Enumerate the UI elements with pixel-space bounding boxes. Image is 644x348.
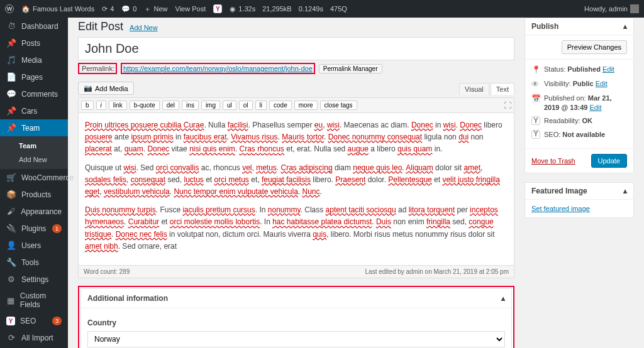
metabox-title: Additional information xyxy=(87,294,168,303)
qt-ul[interactable]: ul xyxy=(223,101,236,110)
qt-i[interactable]: i xyxy=(96,101,106,110)
qt-del[interactable]: del xyxy=(162,101,179,110)
post-title-box[interactable]: John Doe xyxy=(78,37,514,60)
qt-bquote[interactable]: b-quote xyxy=(130,101,160,110)
permalink-label: Permalink: xyxy=(78,63,117,74)
comments-link[interactable]: 💬 0 xyxy=(121,5,136,13)
set-featured-image-link[interactable]: Set featured image xyxy=(531,205,590,212)
yoast-icon: Y xyxy=(531,130,540,139)
publish-box: Publish▴ Preview Changes 📍Status: Publis… xyxy=(525,18,634,173)
fullscreen-icon[interactable]: ⛶ xyxy=(504,101,511,110)
qt-b[interactable]: b xyxy=(81,101,94,110)
edit-visibility-link[interactable]: Edit xyxy=(596,80,608,87)
qt-img[interactable]: img xyxy=(201,101,220,110)
menu-tools[interactable]: 🔧Tools xyxy=(0,254,68,271)
menu-seo[interactable]: YSEO3 xyxy=(0,313,68,329)
admin-menu: ⏱Dashboard 📌Posts 🎵Media 📄Pages 💬Comment… xyxy=(0,18,68,348)
additional-info-metabox: Additional information ▴ Country Norway … xyxy=(78,286,514,348)
preview-changes-button[interactable]: Preview Changes xyxy=(562,40,627,54)
qt-more[interactable]: more xyxy=(294,101,318,110)
menu-posts[interactable]: 📌Posts xyxy=(0,35,68,52)
view-post-link[interactable]: View Post xyxy=(175,5,206,13)
pin-icon: 📍 xyxy=(531,65,540,75)
menu-media[interactable]: 🎵Media xyxy=(0,52,68,68)
country-select[interactable]: Norway xyxy=(87,331,505,347)
menu-all-import[interactable]: ⟳All Import xyxy=(0,329,68,346)
move-to-trash[interactable]: Move to Trash xyxy=(531,157,575,165)
post-content[interactable]: Proin ultrices posuere cubilia Curae. Nu… xyxy=(78,113,514,266)
qt-code[interactable]: code xyxy=(269,101,292,110)
menu-plugins[interactable]: 🔌Plugins1 xyxy=(0,220,68,237)
menu-users[interactable]: 👤Users xyxy=(0,237,68,254)
submenu-team-add[interactable]: Add New xyxy=(0,153,68,166)
calendar-icon: 📅 xyxy=(531,94,540,104)
menu-comments[interactable]: 💬Comments xyxy=(0,85,68,102)
site-name-link[interactable]: 🏠 Famous Last Words xyxy=(21,5,94,13)
my-account[interactable]: Howdy, admin xyxy=(584,4,639,13)
featured-image-box: Featured Image▴ Set featured image xyxy=(525,182,634,218)
qt-link[interactable]: link xyxy=(109,101,127,110)
word-count: Word count: 289 xyxy=(84,268,130,275)
qt-ol[interactable]: ol xyxy=(239,101,253,110)
qt-li[interactable]: li xyxy=(255,101,267,110)
menu-appearance[interactable]: 🖌Appearance xyxy=(0,203,68,220)
quicktags-toolbar: b i link b-quote del ins img ul ol li co… xyxy=(78,97,514,113)
camera-icon: 📷 xyxy=(84,84,92,92)
tab-visual[interactable]: Visual xyxy=(459,83,489,95)
submenu-team-all[interactable]: Team xyxy=(0,139,68,153)
menu-woocommerce[interactable]: 🛒WooCommerce xyxy=(0,169,68,186)
add-new-link[interactable]: Add New xyxy=(130,24,158,31)
updates-link[interactable]: ⟳ 4 xyxy=(102,5,114,13)
menu-products[interactable]: 📦Products xyxy=(0,186,68,203)
permalink-url[interactable]: https://example.com/team/norway/oslo/man… xyxy=(121,63,315,74)
qt-ins[interactable]: ins xyxy=(182,101,199,110)
yoast-icon: Y xyxy=(531,116,540,125)
update-button[interactable]: Update xyxy=(591,154,627,168)
last-edited: Last edited by admin on March 21, 2019 a… xyxy=(365,268,509,275)
edit-date-link[interactable]: Edit xyxy=(590,104,602,111)
wp-logo[interactable]: W xyxy=(5,4,14,13)
admin-toolbar: W 🏠 Famous Last Words ⟳ 4 💬 0 ＋ New View… xyxy=(0,0,644,18)
menu-pages[interactable]: 📄Pages xyxy=(0,68,68,85)
metabox-toggle-icon[interactable]: ▴ xyxy=(501,294,505,303)
yoast-indicator[interactable]: Y xyxy=(213,4,222,13)
perf-indicator[interactable]: ◉ 1.32s 21,295kB 0.1249s 475Q xyxy=(230,5,347,13)
menu-settings[interactable]: ⚙Settings xyxy=(0,271,68,288)
add-media-button[interactable]: 📷Add Media xyxy=(78,82,134,95)
new-content-link[interactable]: ＋ New xyxy=(144,4,167,14)
menu-custom-fields[interactable]: ▦Custom Fields xyxy=(0,288,68,313)
menu-dashboard[interactable]: ⏱Dashboard xyxy=(0,18,68,35)
visibility-icon: 👁 xyxy=(531,79,540,90)
panel-toggle-icon[interactable]: ▴ xyxy=(623,187,627,195)
permalink-manager-button[interactable]: Permalink Manager xyxy=(319,64,382,73)
tab-text[interactable]: Text xyxy=(491,83,514,95)
menu-team[interactable]: 📌Team xyxy=(0,119,68,136)
post-title: John Doe xyxy=(85,41,508,56)
page-heading: Edit Post xyxy=(78,20,123,33)
menu-cars[interactable]: 📌Cars xyxy=(0,102,68,119)
country-label: Country xyxy=(87,318,505,327)
edit-status-link[interactable]: Edit xyxy=(602,65,614,73)
qt-close[interactable]: close tags xyxy=(320,101,357,110)
panel-toggle-icon[interactable]: ▴ xyxy=(623,22,627,31)
